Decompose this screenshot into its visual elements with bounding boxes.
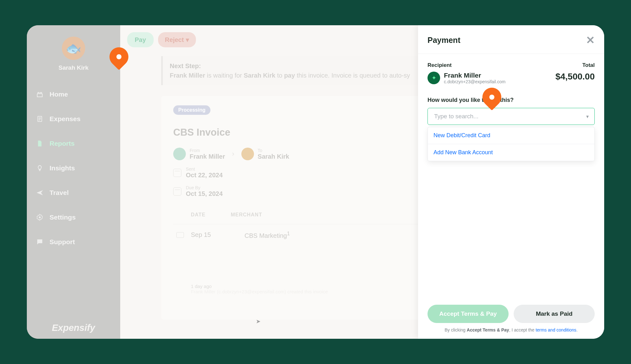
app-window: 🐟 Sarah Kirk Home Expenses Reports bbox=[27, 25, 604, 339]
chat-icon bbox=[36, 238, 44, 246]
recipient-label: Recipient bbox=[428, 62, 452, 68]
recipient-avatar: ✦ bbox=[428, 72, 440, 84]
payment-method-dropdown: New Debit/Credit Card Add New Bank Accou… bbox=[428, 127, 595, 161]
arrow-right-icon: › bbox=[232, 150, 234, 158]
from-name: Frank Miller bbox=[190, 153, 225, 160]
profile-block: 🐟 Sarah Kirk bbox=[27, 25, 120, 79]
to-block: To Sarah Kirk bbox=[241, 148, 289, 160]
from-block: From Frank Miller bbox=[173, 148, 225, 160]
sidebar-item-insights[interactable]: Insights bbox=[27, 156, 120, 180]
recipient-info: ✦ Frank Miller c.dobrzyn+23@expensifail.… bbox=[428, 72, 505, 84]
option-new-bank[interactable]: Add New Bank Account bbox=[428, 144, 594, 161]
to-name: Sarah Kirk bbox=[258, 153, 289, 160]
terms-link[interactable]: terms and conditions bbox=[536, 327, 576, 332]
chevron-down-icon: ▾ bbox=[186, 36, 189, 44]
mark-as-paid-button[interactable]: Mark as Paid bbox=[514, 305, 595, 323]
bulb-icon bbox=[36, 164, 44, 172]
to-avatar bbox=[241, 148, 254, 160]
user-avatar[interactable]: 🐟 bbox=[62, 37, 85, 60]
brand-logo: Expensify bbox=[27, 323, 120, 333]
recipient-name: Frank Miller bbox=[444, 72, 505, 79]
home-icon bbox=[36, 90, 44, 98]
panel-footer: Accept Terms & Pay Mark as Paid By click… bbox=[428, 298, 595, 339]
from-label: From bbox=[190, 148, 225, 153]
col-date: DATE bbox=[191, 212, 205, 218]
mouse-cursor-icon: ➤ bbox=[256, 318, 261, 325]
sidebar-item-settings[interactable]: Settings bbox=[27, 205, 120, 230]
file-icon bbox=[36, 139, 44, 148]
profile-name[interactable]: Sarah Kirk bbox=[58, 64, 88, 71]
sidebar-item-label: Insights bbox=[50, 164, 75, 172]
payment-method-select[interactable]: ▾ bbox=[428, 108, 595, 125]
payment-panel: Payment ✕ Recipient Total ✦ Frank Miller… bbox=[418, 25, 604, 339]
total-label: Total bbox=[582, 62, 595, 68]
footer-buttons: Accept Terms & Pay Mark as Paid bbox=[428, 305, 595, 323]
plane-icon bbox=[36, 189, 44, 197]
payment-method-label: How would you like to pay this? bbox=[428, 97, 595, 103]
calendar-icon bbox=[173, 187, 181, 196]
from-avatar bbox=[173, 148, 186, 160]
col-merchant: MERCHANT bbox=[231, 212, 262, 218]
sidebar-item-reports[interactable]: Reports bbox=[27, 131, 120, 156]
sidebar-item-label: Home bbox=[50, 91, 68, 98]
sidebar-item-home[interactable]: Home bbox=[27, 82, 120, 107]
sidebar-item-label: Travel bbox=[50, 189, 69, 197]
reject-label: Reject bbox=[165, 36, 184, 44]
sidebar: 🐟 Sarah Kirk Home Expenses Reports bbox=[27, 25, 120, 339]
sidebar-item-travel[interactable]: Travel bbox=[27, 180, 120, 205]
accept-terms-pay-button[interactable]: Accept Terms & Pay bbox=[428, 305, 509, 323]
recipient-total-labels: Recipient Total bbox=[428, 62, 595, 68]
panel-header: Payment ✕ bbox=[418, 35, 604, 54]
chevron-down-icon: ▾ bbox=[586, 114, 589, 120]
receipt-icon bbox=[176, 232, 184, 238]
status-badge: Processing bbox=[173, 105, 210, 115]
gear-icon bbox=[36, 213, 44, 221]
cell-merchant: CBS Marketing1 bbox=[245, 231, 290, 239]
pay-button[interactable]: Pay bbox=[127, 32, 154, 47]
sidebar-item-support[interactable]: Support bbox=[27, 230, 120, 254]
terms-disclaimer: By clicking Accept Terms & Pay, I accept… bbox=[428, 327, 595, 332]
sidebar-item-label: Reports bbox=[50, 140, 74, 147]
sidebar-item-label: Expenses bbox=[50, 115, 80, 123]
svg-point-1 bbox=[39, 216, 41, 218]
panel-title: Payment bbox=[428, 36, 460, 45]
sent-label: Sent bbox=[186, 167, 223, 172]
recipient-row: ✦ Frank Miller c.dobrzyn+23@expensifail.… bbox=[428, 72, 595, 84]
sidebar-nav: Home Expenses Reports Insights bbox=[27, 82, 120, 254]
sidebar-item-label: Settings bbox=[50, 214, 76, 221]
cell-date: Sep 15 bbox=[191, 231, 219, 238]
total-amount: $4,500.00 bbox=[555, 72, 595, 82]
sidebar-item-label: Support bbox=[50, 238, 75, 246]
due-value: Oct 15, 2024 bbox=[186, 190, 223, 197]
sidebar-item-expenses[interactable]: Expenses bbox=[27, 107, 120, 131]
sent-value: Oct 22, 2024 bbox=[186, 172, 223, 179]
recipient-email: c.dobrzyn+23@expensifail.com bbox=[444, 79, 505, 84]
document-icon bbox=[36, 115, 44, 123]
calendar-icon bbox=[173, 169, 181, 177]
option-new-card[interactable]: New Debit/Credit Card bbox=[428, 127, 594, 144]
payment-method-input[interactable] bbox=[433, 113, 586, 120]
to-label: To bbox=[258, 148, 289, 153]
due-label: Due By bbox=[186, 185, 223, 190]
reject-button[interactable]: Reject ▾ bbox=[158, 32, 196, 47]
close-icon[interactable]: ✕ bbox=[586, 35, 595, 45]
